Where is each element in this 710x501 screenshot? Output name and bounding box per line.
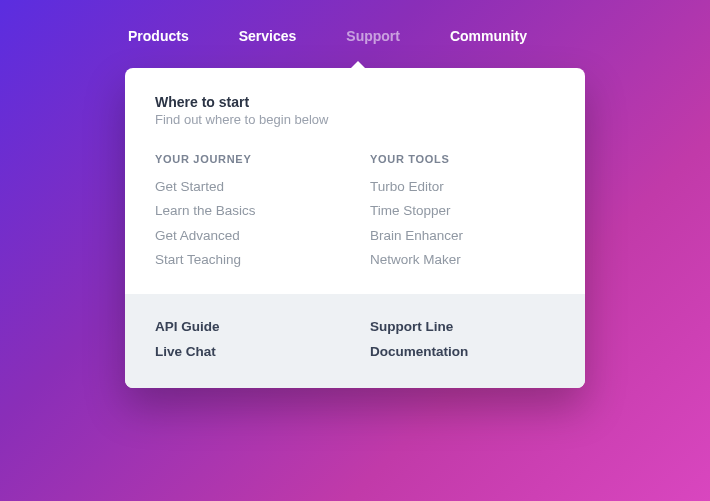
link-api-guide[interactable]: API Guide (155, 314, 340, 339)
bottom-col-left: API Guide Live Chat (155, 314, 340, 364)
link-time-stopper[interactable]: Time Stopper (370, 199, 555, 223)
link-get-started[interactable]: Get Started (155, 175, 340, 199)
link-support-line[interactable]: Support Line (370, 314, 555, 339)
dropdown-caret-icon (350, 61, 366, 69)
nav-community[interactable]: Community (450, 28, 527, 44)
dropdown-wrapper: Where to start Find out where to begin b… (125, 68, 585, 388)
bottom-col-right: Support Line Documentation (370, 314, 555, 364)
column-heading: YOUR TOOLS (370, 153, 555, 165)
column-your-tools: YOUR TOOLS Turbo Editor Time Stopper Bra… (370, 153, 555, 272)
dropdown-title: Where to start (155, 94, 555, 110)
dropdown-top-panel: Where to start Find out where to begin b… (125, 68, 585, 294)
dropdown-subtitle: Find out where to begin below (155, 112, 555, 127)
support-dropdown: Where to start Find out where to begin b… (125, 68, 585, 388)
dropdown-bottom-panel: API Guide Live Chat Support Line Documen… (125, 294, 585, 388)
dropdown-columns: YOUR JOURNEY Get Started Learn the Basic… (155, 153, 555, 272)
nav-services[interactable]: Services (239, 28, 297, 44)
link-learn-basics[interactable]: Learn the Basics (155, 199, 340, 223)
link-get-advanced[interactable]: Get Advanced (155, 224, 340, 248)
link-start-teaching[interactable]: Start Teaching (155, 248, 340, 272)
column-heading: YOUR JOURNEY (155, 153, 340, 165)
link-live-chat[interactable]: Live Chat (155, 339, 340, 364)
column-your-journey: YOUR JOURNEY Get Started Learn the Basic… (155, 153, 340, 272)
nav-support[interactable]: Support (346, 28, 400, 44)
link-brain-enhancer[interactable]: Brain Enhancer (370, 224, 555, 248)
link-turbo-editor[interactable]: Turbo Editor (370, 175, 555, 199)
link-network-maker[interactable]: Network Maker (370, 248, 555, 272)
link-documentation[interactable]: Documentation (370, 339, 555, 364)
nav-products[interactable]: Products (128, 28, 189, 44)
main-nav: Products Services Support Community (0, 0, 710, 44)
